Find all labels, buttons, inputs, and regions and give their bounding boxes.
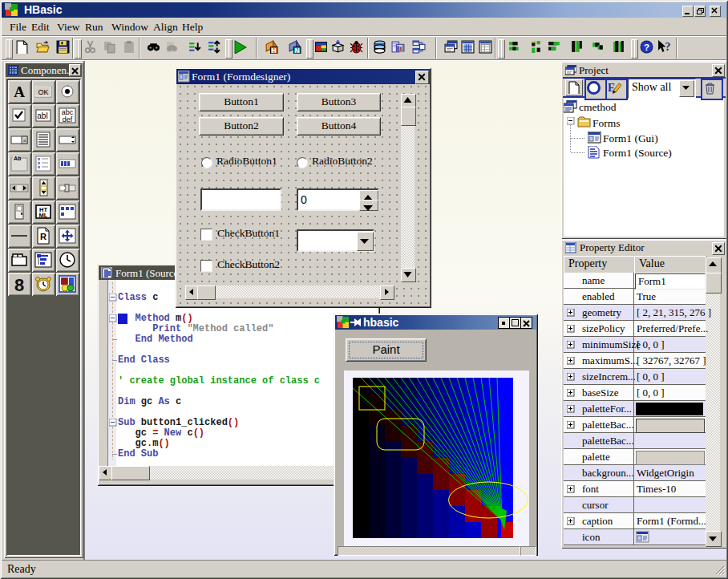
svg-text:abl: abl: [37, 111, 47, 120]
svg-text:OK: OK: [38, 88, 48, 96]
svg-text:?: ?: [644, 42, 649, 52]
svg-text:?: ?: [665, 41, 671, 53]
svg-text:R: R: [40, 232, 47, 241]
svg-text:A: A: [14, 83, 25, 100]
svg-text:Ab: Ab: [14, 156, 21, 161]
svg-text:8: 8: [14, 277, 24, 294]
svg-text:ML: ML: [39, 212, 48, 219]
svg-text:def: def: [63, 115, 73, 123]
svg-text:N: N: [295, 47, 300, 54]
svg-text:H: H: [272, 47, 277, 54]
